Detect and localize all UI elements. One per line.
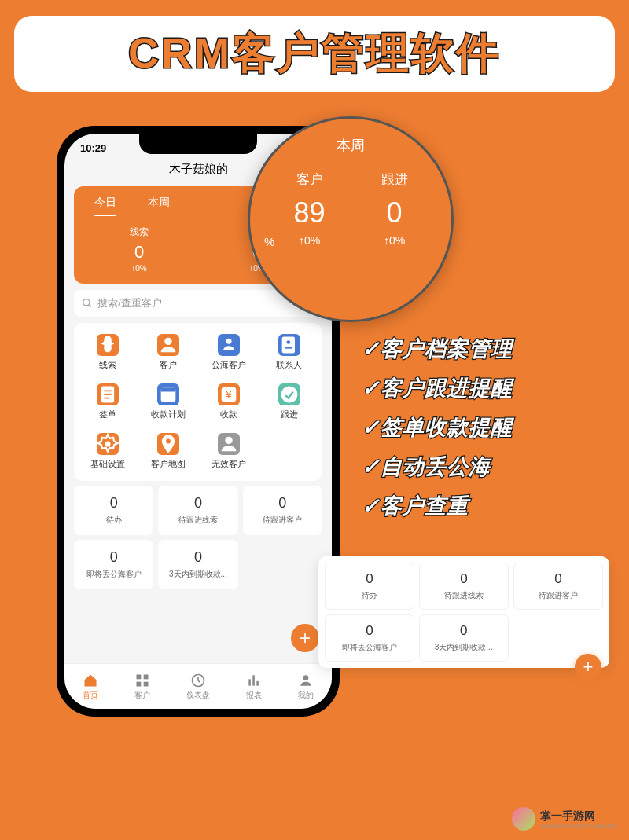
svg-point-0: [83, 299, 90, 306]
nav-item-2[interactable]: 仪表盘: [186, 673, 210, 701]
stat-card-label: 待办: [79, 515, 149, 526]
menu-label: 公海客户: [212, 359, 246, 371]
feature-item: ✓客户档案管理: [362, 335, 513, 363]
feature-item: ✓客户查重: [362, 492, 513, 520]
svg-rect-23: [256, 680, 259, 685]
follow-icon: [278, 383, 300, 405]
float-label: 待跟进线索: [425, 590, 503, 601]
mag-change: ↑0%: [293, 234, 325, 247]
svg-point-13: [105, 442, 110, 447]
mag-value: 0: [381, 196, 408, 229]
watermark-logo-icon: [512, 807, 535, 831]
nav-item-0[interactable]: 首页: [83, 673, 98, 701]
svg-point-15: [225, 437, 232, 444]
menu-label: 客户: [160, 359, 177, 371]
stat-card[interactable]: 03天内到期收款...: [158, 540, 237, 589]
float-stat-card[interactable]: 0待办: [325, 563, 414, 610]
svg-point-24: [303, 675, 309, 680]
stat-card-value: 0: [248, 495, 318, 512]
float-value: 0: [425, 571, 503, 587]
svg-point-2: [164, 338, 171, 345]
mag-label: 客户: [293, 171, 325, 189]
menu-item-sea[interactable]: 公海客户: [200, 334, 257, 371]
menu-label: 基础设置: [90, 458, 125, 470]
float-value: 0: [330, 571, 409, 587]
mag-value: 89: [293, 196, 325, 229]
settings-icon: [97, 433, 119, 455]
menu-item-plan[interactable]: 收款计划: [139, 383, 197, 420]
nav-item-1[interactable]: 客户: [134, 673, 150, 701]
float-add-button[interactable]: +: [575, 654, 601, 680]
menu-item-map[interactable]: 客户地图: [139, 433, 197, 470]
svg-rect-21: [248, 679, 251, 685]
invalid-icon: [218, 433, 240, 455]
svg-point-5: [286, 340, 290, 344]
sea-icon: [218, 334, 240, 356]
menu-item-person[interactable]: 客户: [139, 334, 197, 371]
float-label: 待办: [330, 590, 409, 601]
plan-icon: [157, 383, 179, 405]
stat-leads[interactable]: 线索 0 ↑0%: [130, 226, 149, 273]
float-stat-card[interactable]: 0待跟进线索: [419, 563, 509, 610]
svg-rect-9: [160, 388, 175, 392]
stat-card-label: 待跟进客户: [248, 515, 318, 526]
svg-rect-19: [144, 681, 149, 686]
bottom-nav: 首页客户仪表盘报表我的: [64, 663, 332, 709]
nav-icon: [83, 673, 98, 688]
tab-week[interactable]: 本周: [148, 196, 170, 216]
status-time: 10:29: [80, 142, 106, 154]
menu-label: 无效客户: [212, 458, 246, 470]
nav-icon: [246, 673, 262, 688]
float-stat-card[interactable]: 03天内到期收款...: [419, 614, 509, 662]
nav-item-3[interactable]: 报表: [246, 673, 262, 701]
menu-item-settings[interactable]: 基础设置: [79, 433, 136, 470]
tab-today[interactable]: 今日: [94, 196, 116, 216]
menu-label: 收款: [220, 409, 237, 420]
float-value: 0: [425, 623, 503, 639]
nav-item-4[interactable]: 我的: [298, 673, 314, 701]
title-bar: CRM客户管理软件: [14, 16, 615, 92]
stat-card-value: 0: [79, 549, 149, 566]
float-stat-card[interactable]: 0即将丢公海客户: [325, 614, 414, 662]
stat-card-label: 即将丢公海客户: [79, 569, 149, 580]
float-stats-card: 0待办0待跟进线索0待跟进客户 0即将丢公海客户03天内到期收款... +: [318, 556, 609, 668]
feature-item: ✓客户跟进提醒: [362, 374, 513, 402]
stat-card[interactable]: 0待跟进线索: [158, 486, 237, 535]
menu-label: 联系人: [276, 359, 302, 371]
svg-rect-6: [285, 347, 292, 348]
stat-card[interactable]: 0即将丢公海客户: [74, 540, 153, 589]
nav-label: 报表: [246, 690, 262, 701]
mag-stat-follow: 跟进 0 ↑0%: [381, 171, 408, 247]
feature-item: ✓签单收款提醒: [362, 413, 513, 442]
leads-icon: [97, 334, 119, 356]
menu-item-follow[interactable]: 跟进: [260, 383, 318, 420]
stat-card[interactable]: 0待跟进客户: [243, 486, 322, 535]
float-label: 即将丢公海客户: [330, 642, 409, 653]
float-stat-card[interactable]: 0待跟进客户: [513, 563, 603, 610]
nav-icon: [298, 673, 314, 688]
float-label: 3天内到期收款...: [425, 642, 503, 653]
search-placeholder: 搜索/查重客户: [97, 296, 162, 310]
menu-item-payment[interactable]: ¥收款: [200, 383, 257, 420]
svg-point-14: [166, 439, 171, 444]
nav-label: 首页: [83, 690, 98, 701]
menu-item-sign[interactable]: 签单: [79, 383, 136, 420]
nav-icon: [134, 673, 150, 688]
mag-stat-customers: 客户 89 ↑0%: [293, 171, 325, 247]
menu-item-leads[interactable]: 线索: [79, 334, 136, 371]
stat-card-label: 待跟进线索: [163, 515, 233, 526]
mag-label: 跟进: [381, 171, 408, 189]
svg-rect-4: [281, 337, 294, 354]
payment-icon: ¥: [218, 383, 240, 405]
watermark: 掌一手游网 ZHANGYISHOUYOUWANG: [512, 807, 616, 831]
stat-card[interactable]: 0待办: [74, 486, 153, 535]
search-icon: [82, 298, 93, 309]
menu-label: 客户地图: [151, 458, 186, 470]
sign-icon: [97, 383, 119, 405]
menu-item-invalid[interactable]: 无效客户: [200, 433, 257, 470]
add-button[interactable]: +: [291, 624, 319, 652]
menu-label: 签单: [99, 409, 116, 420]
mag-tab: 本周: [266, 136, 436, 155]
float-value: 0: [519, 571, 598, 587]
menu-item-contact[interactable]: 联系人: [260, 334, 318, 371]
